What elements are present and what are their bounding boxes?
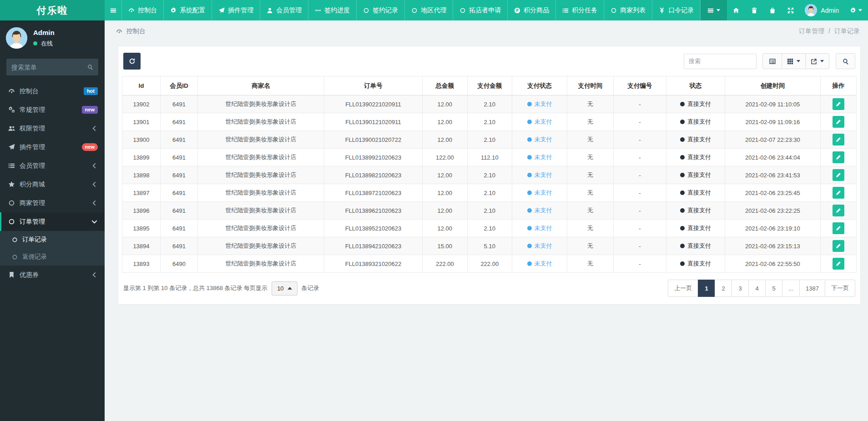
store-button[interactable] <box>763 0 782 20</box>
col-header-操作: 操作 <box>820 76 856 95</box>
sidebar-search-input[interactable] <box>11 64 87 71</box>
dashboard-icon <box>116 28 122 35</box>
cell-member-id: 6491 <box>160 113 197 131</box>
cell-total: 12.00 <box>423 166 467 184</box>
page-button-下一页[interactable]: 下一页 <box>825 280 855 297</box>
brand-logo[interactable]: 付乐啦 <box>0 0 105 20</box>
edit-button[interactable] <box>833 116 844 128</box>
page-button-4[interactable]: 4 <box>748 280 766 297</box>
sidebar-item-常规管理[interactable]: 常规管理new <box>0 100 105 119</box>
search-button[interactable] <box>836 53 855 69</box>
sidebar-item-优惠券[interactable]: 优惠券 <box>0 266 105 284</box>
nav-item-拓店者申请[interactable]: 拓店者申请 <box>453 0 508 20</box>
page-button-1[interactable]: 1 <box>698 280 715 297</box>
table-search-input[interactable] <box>684 54 757 69</box>
cell-pay-time: 无 <box>567 131 614 149</box>
cell-pay-time: 无 <box>567 184 614 202</box>
cell-pay-no: - <box>613 202 666 220</box>
page-button-1387[interactable]: 1387 <box>799 280 825 297</box>
edit-button[interactable] <box>833 205 844 216</box>
search-icon[interactable] <box>87 64 93 70</box>
edit-button[interactable] <box>833 169 844 181</box>
cell-id: 13900 <box>122 131 161 149</box>
nav-item-积分任务[interactable]: 积分任务 <box>556 0 604 20</box>
sidebar-item-积分商城[interactable]: 积分商城 <box>0 175 105 194</box>
cell-pay-no: - <box>613 220 666 237</box>
nav-item-插件管理[interactable]: 插件管理 <box>212 0 260 20</box>
columns-toggle-button[interactable] <box>782 53 806 69</box>
nav-item-label: 地区代理 <box>421 6 446 15</box>
sidebar-item-控制台[interactable]: 控制台hot <box>0 82 105 100</box>
settings-dropdown-button[interactable] <box>844 0 868 20</box>
sidebar-subitem-label: 返佣记录 <box>22 253 98 261</box>
sidebar-item-label: 优惠券 <box>20 271 86 279</box>
detail-view-button[interactable] <box>762 53 782 69</box>
table-header-row: Id会员ID商家名订单号总金额支付金额支付状态支付时间支付编号状态创建时间操作 <box>122 76 857 95</box>
cell-created: 2021-02-06 23:41:53 <box>725 166 821 184</box>
page-size-select[interactable]: 10 <box>272 281 297 296</box>
cell-merchant: 世纪陆壹捌美妆形象设计店 <box>198 255 324 273</box>
sidebar-subitem-订单记录[interactable]: 订单记录 <box>0 231 105 248</box>
sidebar-item-插件管理[interactable]: 插件管理new <box>0 138 105 156</box>
cell-created: 2021-02-09 11:10:05 <box>725 95 821 113</box>
edit-button[interactable] <box>833 222 844 234</box>
fullscreen-button[interactable] <box>782 0 800 20</box>
cell-pay-time: 无 <box>567 166 614 184</box>
refresh-button[interactable] <box>123 53 141 70</box>
edit-button[interactable] <box>833 258 844 270</box>
users-icon <box>8 125 15 132</box>
sidebar-subitem-返佣记录[interactable]: 返佣记录 <box>0 248 105 266</box>
cell-id: 13894 <box>122 237 161 255</box>
pencil-icon <box>836 190 841 195</box>
clear-cache-button[interactable] <box>745 0 763 20</box>
sidebar-item-label: 订单管理 <box>20 218 86 226</box>
sidebar-item-会员管理[interactable]: 会员管理 <box>0 156 105 175</box>
nav-item-控制台[interactable]: 控制台 <box>122 0 164 20</box>
cell-order-no: FLL01389321020622 <box>324 255 422 273</box>
cell-status: 直接支付 <box>666 184 725 202</box>
cell-total: 12.00 <box>423 184 467 202</box>
navbar-user-menu[interactable]: Admin <box>800 0 844 20</box>
cell-paid: 2.10 <box>467 166 512 184</box>
pagination: 上一页12345...1387下一页 <box>668 280 855 297</box>
sidebar: Admin 在线 控制台hot常规管理new权限管理插件管理new会员管理积分商… <box>0 20 105 421</box>
cell-id: 13897 <box>122 184 161 202</box>
cell-paid: 2.10 <box>467 131 512 149</box>
nav-item-口令记录[interactable]: 口令记录 <box>652 0 701 20</box>
nav-item-签约进度[interactable]: 签约进度 <box>308 0 357 20</box>
nav-menu-dropdown-button[interactable] <box>701 0 727 20</box>
nav-item-商家列表[interactable]: 商家列表 <box>604 0 652 20</box>
nav-item-label: 签约进度 <box>324 6 350 15</box>
home-button[interactable] <box>727 0 745 20</box>
nav-item-地区代理[interactable]: 地区代理 <box>405 0 453 20</box>
cell-order-no: FLL01389721020623 <box>324 184 422 202</box>
sidebar-toggle-button[interactable] <box>105 0 122 20</box>
sidebar-item-商家管理[interactable]: 商家管理 <box>0 194 105 212</box>
page-button-5[interactable]: 5 <box>765 280 782 297</box>
nav-item-签约记录[interactable]: 签约记录 <box>357 0 405 20</box>
nav-item-系统配置[interactable]: 系统配置 <box>164 0 212 20</box>
page-button-2[interactable]: 2 <box>715 280 732 297</box>
edit-button[interactable] <box>833 240 844 252</box>
nav-item-积分商品[interactable]: 积分商品 <box>508 0 556 20</box>
sidebar-submenu: 订单记录返佣记录 <box>0 231 105 266</box>
cell-status: 直接支付 <box>666 237 725 255</box>
page-button-3[interactable]: 3 <box>732 280 749 297</box>
breadcrumb[interactable]: 控制台 <box>116 27 146 35</box>
nav-item-会员管理[interactable]: 会员管理 <box>260 0 308 20</box>
sidebar-item-权限管理[interactable]: 权限管理 <box>0 119 105 138</box>
cell-pay-status: 未支付 <box>512 95 567 113</box>
status-dot-icon <box>680 208 685 213</box>
cell-actions <box>820 220 856 237</box>
edit-button[interactable] <box>833 151 844 163</box>
cell-pay-no: - <box>613 184 666 202</box>
nav-item-label: 会员管理 <box>276 6 302 15</box>
sidebar-item-订单管理[interactable]: 订单管理 <box>0 212 105 231</box>
sidebar-username: Admin <box>33 29 55 36</box>
edit-button[interactable] <box>833 98 844 110</box>
cell-pay-status: 未支付 <box>512 113 567 131</box>
edit-button[interactable] <box>833 134 844 145</box>
edit-button[interactable] <box>833 187 844 199</box>
page-button-上一页[interactable]: 上一页 <box>668 280 698 297</box>
export-button[interactable] <box>805 53 829 69</box>
